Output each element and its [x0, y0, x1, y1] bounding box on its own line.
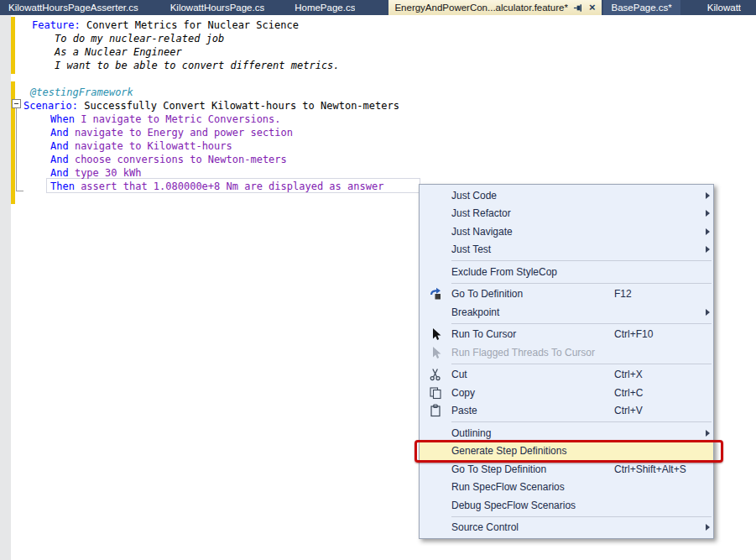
code-line[interactable] [15, 72, 756, 86]
code-segment-keyword: Then [50, 181, 75, 192]
submenu-arrow-icon [700, 210, 710, 217]
paste-menu-item[interactable]: PasteCtrl+V [420, 402, 713, 421]
menu-item-label: Run To Cursor [451, 328, 516, 340]
code-segment-keyword: And [50, 167, 69, 179]
menu-item-label: Go To Definition [451, 288, 523, 300]
run-to-cursor-menu-item[interactable]: Run To CursorCtrl+F10 [420, 326, 713, 344]
copy-menu-item[interactable]: CopyCtrl+C [420, 384, 713, 402]
editor-context-menu: Just CodeJust RefactorJust NavigateJust … [419, 184, 714, 539]
shortcut-label: Ctrl+F10 [614, 328, 700, 340]
menu-separator [451, 283, 712, 284]
run-to-cursor-icon [420, 327, 451, 341]
cut-menu-item[interactable]: CutCtrl+X [420, 366, 713, 385]
menu-item-label: Just Refactor [451, 207, 511, 219]
code-line[interactable]: And navigate to Kilowatt-hours [15, 139, 756, 153]
submenu-arrow-icon [700, 246, 710, 253]
code-segment-keyword: Feature: [32, 19, 81, 31]
code-segment-plain: Convert Metrics for Nuclear Science [81, 19, 299, 31]
go-to-definition-menu-item[interactable]: Go To DefinitionF12 [420, 285, 713, 304]
tab-kilowatthourspageasserter-cs[interactable]: KilowattHoursPageAsserter.cs [0, 0, 147, 15]
tab-basepage-cs[interactable]: BasePage.cs* [603, 0, 680, 15]
menu-separator [451, 516, 712, 517]
code-segment-keyword: And [50, 154, 69, 165]
code-segment-step: assert that 1.080000e+8 Nm are displayed… [75, 181, 383, 192]
generate-step-definitions-menu-item[interactable]: Generate Step Definitions [420, 442, 713, 461]
just-refactor-menu-item[interactable]: Just Refactor [420, 205, 713, 223]
tab-kilowatt[interactable]: Kilowatt [699, 0, 749, 15]
paste-icon [420, 404, 451, 417]
tab-homepage-cs[interactable]: HomePage.cs [286, 0, 363, 15]
code-line[interactable]: I want to be able to convert different m… [15, 59, 756, 72]
menu-item-label: Debug SpecFlow Scenarios [451, 500, 576, 511]
go-to-step-definition-menu-item[interactable]: Go To Step DefinitionCtrl+Shift+Alt+S [420, 460, 713, 479]
breakpoint-menu-item[interactable]: Breakpoint [420, 303, 713, 322]
menu-item-label: Breakpoint [451, 306, 499, 318]
exclude-from-stylecop-menu-item[interactable]: Exclude From StyleCop [420, 263, 713, 281]
menu-item-label: Source Control [451, 521, 519, 533]
shortcut-label: Ctrl+Shift+Alt+S [614, 463, 700, 475]
just-navigate-menu-item[interactable]: Just Navigate [420, 222, 713, 241]
code-segment-tag: @testingFramework [30, 86, 133, 98]
shortcut-label: Ctrl+V [614, 405, 700, 416]
outlining-menu-item[interactable]: Outlining [420, 424, 713, 442]
menu-item-label: Just Test [451, 243, 491, 255]
tab-label: KilowattHoursPageAsserter.cs [8, 3, 138, 13]
pin-icon[interactable] [573, 3, 584, 13]
code-line[interactable]: When I navigate to Metric Conversions. [15, 113, 756, 126]
document-tab-bar: KilowattHoursPageAsserter.csKilowattHour… [0, 0, 756, 15]
chevron-right-icon [706, 524, 710, 531]
code-segment-keyword: When [50, 113, 75, 125]
menu-item-label: Generate Step Definitions [451, 445, 566, 457]
menu-item-label: Cut [451, 369, 467, 380]
menu-item-label: Outlining [451, 427, 491, 439]
chevron-right-icon [706, 430, 710, 437]
close-icon[interactable]: × [589, 3, 596, 13]
menu-item-label: Exclude From StyleCop [451, 266, 557, 278]
code-segment-keyword: And [50, 140, 69, 152]
menu-separator [451, 323, 712, 324]
tab-label: Kilowatt [707, 3, 741, 13]
cut-scissors-icon [420, 368, 451, 381]
tab-kilowatthourspage-cs[interactable]: KilowattHoursPage.cs [162, 0, 274, 15]
menu-item-label: Copy [451, 387, 475, 399]
goto-definition-icon [420, 287, 451, 301]
code-line[interactable]: And choose conversions to Newton-meters [15, 153, 756, 166]
just-test-menu-item[interactable]: Just Test [420, 241, 713, 259]
code-line[interactable]: Scenario: Successfully Convert Kilowatt-… [15, 99, 756, 113]
code-line[interactable]: As a Nuclear Engineer [15, 45, 756, 59]
tab-label: HomePage.cs [295, 3, 355, 13]
submenu-arrow-icon [700, 192, 710, 199]
run-specflow-scenarios-menu-item[interactable]: Run SpecFlow Scenarios [420, 479, 713, 497]
copy-icon [420, 386, 451, 400]
code-segment-step: navigate to Energy and power section [69, 127, 293, 139]
tab-label: KilowattHoursPage.cs [170, 3, 265, 13]
menu-item-label: Run Flagged Threads To Cursor [451, 347, 595, 359]
code-line[interactable]: Feature: Convert Metrics for Nuclear Sci… [15, 18, 756, 32]
chevron-right-icon [706, 192, 710, 199]
debug-specflow-scenarios-menu-item[interactable]: Debug SpecFlow Scenarios [420, 496, 713, 515]
code-segment-description: As a Nuclear Engineer [55, 46, 182, 58]
code-area[interactable]: Feature: Convert Metrics for Nuclear Sci… [15, 18, 756, 193]
code-segment-description: I want to be able to convert different m… [55, 60, 340, 71]
code-line[interactable]: @testingFramework [15, 86, 756, 99]
tab-energyandpowercon-alculator-feature[interactable]: EnergyAndPowerCon...alculator.feature*× [388, 0, 601, 15]
code-segment-keyword: Scenario: [23, 100, 78, 112]
menu-separator [451, 421, 712, 422]
code-line[interactable]: And type 30 kWh [15, 166, 756, 180]
chevron-right-icon [706, 228, 710, 235]
tab-label: BasePage.cs* [612, 3, 672, 13]
source-control-menu-item[interactable]: Source Control [420, 519, 713, 537]
code-segment-step: type 30 kWh [69, 167, 142, 179]
shortcut-label: F12 [614, 288, 700, 300]
code-line[interactable]: And navigate to Energy and power section [15, 126, 756, 139]
menu-item-label: Just Code [451, 190, 497, 201]
just-code-menu-item[interactable]: Just Code [420, 186, 713, 205]
code-segment-step: navigate to Kilowatt-hours [69, 140, 232, 152]
submenu-arrow-icon [700, 228, 710, 235]
menu-item-label: Run SpecFlow Scenarios [451, 481, 565, 493]
submenu-arrow-icon [700, 309, 710, 316]
run-flagged-cursor-icon [420, 346, 451, 359]
code-segment-plain: Successfully Convert Kilowatt-hours to N… [78, 100, 399, 112]
code-line[interactable]: To do my nuclear-related job [15, 32, 756, 45]
code-segment-step: I navigate to Metric Conversions. [75, 113, 281, 125]
